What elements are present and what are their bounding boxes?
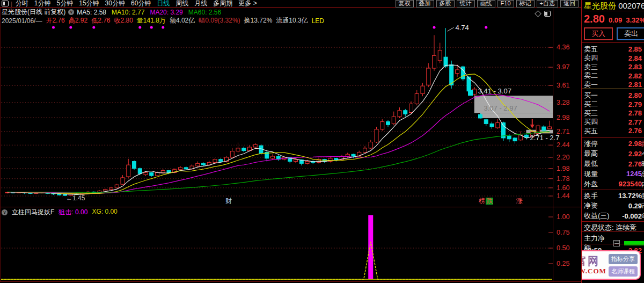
- tool-button-统计[interactable]: 统计: [457, 0, 475, 8]
- row-value: 2.98: [628, 140, 642, 148]
- chevron-down-icon[interactable]: ∨: [68, 9, 74, 15]
- watermark-url: WWW.GSCFW.COM: [582, 267, 609, 275]
- svg-text:0.25: 0.25: [557, 260, 569, 267]
- menu-item-30分钟[interactable]: 30分钟: [105, 0, 125, 7]
- ohlc-token: 幅0.09(3.32%): [199, 16, 240, 25]
- clipped-column-text: 市: [641, 201, 644, 211]
- ohlc-token: 高2.92: [69, 16, 87, 25]
- flow-green-bar: [624, 241, 644, 245]
- menu-item-分时[interactable]: 分时: [16, 0, 28, 7]
- menu-item-日线[interactable]: 日线: [157, 0, 170, 7]
- tool-button-复权[interactable]: 复权: [396, 0, 414, 8]
- clipped-column-text: 今: [641, 149, 644, 159]
- bottom-border-line: [0, 281, 582, 282]
- chevron-down-icon[interactable]: ∨: [2, 209, 8, 215]
- menu-item-更多 >[interactable]: 更多 >: [238, 0, 257, 7]
- stat-row: 净资0.29: [584, 201, 642, 211]
- clipped-column-text: 量: [641, 191, 644, 201]
- watermark-badge: 指标分享: [609, 254, 638, 264]
- split-view-icon[interactable]: [544, 11, 551, 17]
- chart-tag-财[interactable]: 财: [225, 198, 232, 205]
- svg-text:4.74: 4.74: [456, 25, 469, 32]
- menu-item-15分钟[interactable]: 15分钟: [79, 0, 99, 7]
- row-value: -0.002: [622, 212, 642, 220]
- ma-value: MA20: 3.29: [150, 9, 182, 16]
- indicator-value: 狙击: 0.00: [58, 208, 87, 217]
- panel-separator: [582, 221, 644, 222]
- menu-item-5分钟[interactable]: 5分钟: [57, 0, 74, 7]
- ohlc-token: 开2.76: [46, 16, 64, 25]
- row-label: 买二: [584, 99, 598, 109]
- tool-button-叠加[interactable]: 叠加: [416, 0, 434, 8]
- last-price: 2.80: [584, 13, 605, 25]
- row-value: 2.84: [628, 54, 642, 62]
- tool-button-F10[interactable]: F10: [497, 0, 514, 8]
- diamond-marker-icon[interactable]: [535, 10, 541, 17]
- svg-text:1.78: 1.78: [557, 175, 569, 183]
- chart-tag-榜[interactable]: 榜: [479, 198, 485, 205]
- svg-text:3.07 - 2.97: 3.07 - 2.97: [484, 104, 517, 112]
- buy-button[interactable]: 买入: [584, 27, 613, 40]
- row-value: 923540: [619, 180, 642, 188]
- row-label: 外盘: [584, 179, 598, 189]
- indicator-readouts: 狙击: 0.00XG: 0.00: [58, 208, 121, 217]
- tool-button-返回[interactable]: 返回: [560, 0, 579, 8]
- panel-separator: [582, 42, 644, 43]
- clipped-column-text: 昨: [641, 159, 644, 169]
- svg-text:0.50: 0.50: [557, 244, 569, 252]
- stat-row: 涨停2.98: [584, 139, 642, 148]
- row-label: 最低: [584, 159, 598, 169]
- tool-button-+自选[interactable]: +自选: [537, 0, 558, 8]
- tool-button-画线[interactable]: 画线: [477, 0, 495, 8]
- row-label: 卖二: [584, 71, 598, 81]
- row-value: 0.29: [628, 202, 642, 210]
- ohlc-token: 量141.8万: [137, 16, 166, 25]
- ohlc-token: LED: [312, 17, 324, 25]
- tool-button-标记[interactable]: 标记: [516, 0, 535, 8]
- bid-row: 买三2.78: [584, 108, 642, 118]
- row-value: 2.78: [628, 109, 642, 117]
- menu-item-月线[interactable]: 月线: [194, 0, 207, 7]
- tool-button-多股[interactable]: 多股: [436, 0, 455, 8]
- indicator-sub-chart[interactable]: 1.000.750.500.25: [0, 207, 581, 281]
- menu-item-60分钟[interactable]: 60分钟: [131, 0, 151, 7]
- clipped-column-text: 跌: [641, 139, 644, 149]
- price-change: 0.09: [609, 16, 622, 24]
- row-label: 收益(三): [584, 211, 610, 221]
- row-label: 卖五: [584, 45, 598, 54]
- menu-item-多周期[interactable]: 多周期: [213, 0, 232, 7]
- panel-price-row: 2.80 0.09 3.32%: [584, 13, 644, 25]
- row-value: 2.76: [628, 160, 642, 168]
- row-value: 1245: [626, 170, 642, 178]
- row-value: 2.76: [628, 127, 642, 135]
- row-label: 涨停: [584, 139, 598, 149]
- clipped-column-text: 每: [641, 212, 644, 221]
- svg-text:0.75: 0.75: [557, 229, 569, 236]
- row-label: 买四: [584, 117, 598, 127]
- panel-separator: [582, 231, 644, 232]
- stat-row: 收益(三)-0.002: [584, 212, 642, 221]
- svg-text:3.97: 3.97: [557, 63, 569, 71]
- svg-text:1.00: 1.00: [557, 213, 569, 221]
- sell-button[interactable]: 卖出: [617, 27, 644, 40]
- panel-separator: [582, 137, 644, 138]
- row-value: 2.83: [628, 63, 642, 71]
- row-label: 买五: [584, 126, 598, 136]
- menu-item-1分钟[interactable]: 1分钟: [34, 0, 51, 7]
- ask-row: 卖五2.85: [584, 45, 642, 54]
- left-border-line: [0, 8, 1, 281]
- stat-row: 外盘923540: [584, 179, 642, 188]
- indicator-value: XG: 0.00: [92, 208, 117, 217]
- chart-tag-涨[interactable]: 涨: [516, 198, 523, 205]
- main-price-chart[interactable]: 4.363.973.613.282.982.712.442.201.981.78…: [0, 25, 581, 207]
- panel-separator: [582, 190, 644, 190]
- ma-readouts: MA5: 2.58MA10: 2.77MA20: 3.29MA60: 2.56: [77, 9, 226, 16]
- bid-row: 买五2.76: [584, 126, 642, 135]
- window-layout-icon[interactable]: [2, 1, 9, 6]
- panel-stock-header: 星光股份 002076: [584, 1, 644, 11]
- clipped-column-text: 总: [641, 169, 644, 179]
- svg-text:3.28: 3.28: [557, 99, 569, 106]
- chart-tag-跌[interactable]: 跌: [486, 198, 493, 205]
- menu-item-周线[interactable]: 周线: [175, 0, 188, 7]
- ohlc-token: 额4.02亿: [170, 16, 195, 25]
